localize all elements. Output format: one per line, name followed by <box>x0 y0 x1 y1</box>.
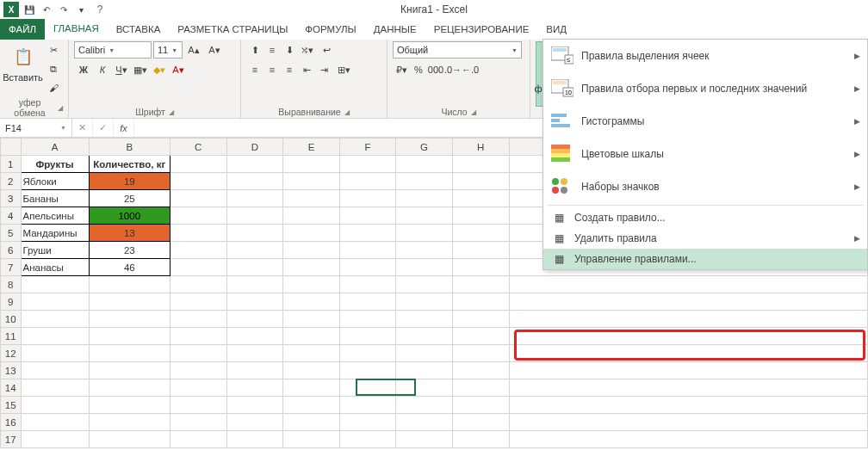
cell[interactable] <box>283 156 340 173</box>
cell[interactable] <box>170 328 226 345</box>
redo-icon[interactable]: ↷ <box>57 3 71 16</box>
cell[interactable] <box>339 276 396 293</box>
align-top-icon[interactable]: ⬆ <box>246 41 264 59</box>
cell[interactable] <box>226 190 283 207</box>
thousands-icon[interactable]: 000 <box>427 61 444 78</box>
row-header[interactable]: 6 <box>1 242 22 259</box>
cell[interactable] <box>339 431 396 448</box>
cell[interactable] <box>170 414 226 431</box>
cell[interactable] <box>283 397 340 414</box>
wrap-text-icon[interactable]: ↩ <box>315 41 338 59</box>
cell[interactable] <box>89 397 170 414</box>
cell[interactable] <box>452 311 509 328</box>
cell[interactable] <box>452 345 509 362</box>
cell[interactable] <box>396 225 453 242</box>
cell[interactable] <box>509 362 811 379</box>
cell[interactable] <box>283 276 340 293</box>
cell[interactable] <box>283 345 340 362</box>
cell[interactable] <box>226 173 283 190</box>
cf-manage-rules[interactable]: ▦ Управление правилами... <box>543 249 867 269</box>
align-left-icon[interactable]: ≡ <box>246 61 264 78</box>
cell[interactable] <box>170 431 226 448</box>
clipboard-dialog-icon[interactable]: ◢ <box>58 104 63 112</box>
cell[interactable] <box>811 379 868 397</box>
cell[interactable] <box>283 328 340 345</box>
row-header[interactable]: 17 <box>1 431 22 448</box>
cell[interactable] <box>509 276 811 293</box>
cell[interactable] <box>283 242 340 259</box>
cell[interactable] <box>396 345 453 362</box>
undo-icon[interactable]: ↶ <box>40 3 53 16</box>
cell[interactable] <box>396 242 453 259</box>
align-bottom-icon[interactable]: ⬇ <box>281 41 298 59</box>
cell[interactable]: 13 <box>89 225 170 242</box>
cell[interactable] <box>452 397 509 414</box>
row-header[interactable]: 11 <box>1 328 22 345</box>
cell[interactable] <box>339 190 396 207</box>
cell[interactable] <box>170 259 226 276</box>
cell[interactable] <box>170 379 226 397</box>
cell[interactable] <box>396 311 453 328</box>
cell[interactable] <box>283 379 340 397</box>
cell[interactable] <box>226 362 283 379</box>
fill-color-button[interactable]: ◆▾ <box>150 61 169 78</box>
fx-icon[interactable]: fx <box>114 119 134 137</box>
cell[interactable]: 1000 <box>89 207 170 225</box>
align-middle-icon[interactable]: ≡ <box>264 41 281 59</box>
cell[interactable] <box>283 414 340 431</box>
font-name-combo[interactable]: Calibri▼ <box>74 41 152 59</box>
cell[interactable] <box>226 242 283 259</box>
cell[interactable] <box>170 173 226 190</box>
cell[interactable] <box>452 379 509 397</box>
cf-icon-sets[interactable]: Наборы значков ▶ <box>543 170 867 203</box>
cell[interactable] <box>89 328 170 345</box>
row-header[interactable]: 4 <box>1 207 22 225</box>
cell[interactable] <box>339 225 396 242</box>
font-color-button[interactable]: A▾ <box>169 61 188 78</box>
cell[interactable]: Ананасы <box>21 259 89 276</box>
cell[interactable] <box>509 397 811 414</box>
cell[interactable] <box>170 311 226 328</box>
cell[interactable] <box>339 242 396 259</box>
row-header[interactable]: 15 <box>1 397 22 414</box>
row-header[interactable]: 7 <box>1 259 22 276</box>
cell[interactable] <box>339 362 396 379</box>
formula-cancel-icon[interactable]: ✕ <box>72 119 93 137</box>
cell[interactable] <box>170 276 226 293</box>
cell[interactable] <box>226 345 283 362</box>
cell[interactable] <box>89 345 170 362</box>
bold-button[interactable]: Ж <box>74 61 93 78</box>
row-header[interactable]: 1 <box>1 156 22 173</box>
formula-accept-icon[interactable]: ✓ <box>93 119 114 137</box>
cell[interactable] <box>21 414 89 431</box>
cell[interactable] <box>396 156 453 173</box>
cell[interactable] <box>452 225 509 242</box>
cell[interactable] <box>89 276 170 293</box>
row-header[interactable]: 12 <box>1 345 22 362</box>
cell[interactable] <box>170 225 226 242</box>
row-header[interactable]: 3 <box>1 190 22 207</box>
cell[interactable] <box>509 414 811 431</box>
cell[interactable] <box>283 190 340 207</box>
cell[interactable] <box>89 379 170 397</box>
cell[interactable] <box>21 362 89 379</box>
cf-data-bars[interactable]: Гистограммы ▶ <box>543 105 867 138</box>
cell[interactable] <box>452 242 509 259</box>
cell[interactable] <box>339 259 396 276</box>
cell[interactable]: Мандарины <box>21 225 89 242</box>
cell[interactable] <box>452 431 509 448</box>
cell[interactable] <box>226 156 283 173</box>
cell[interactable] <box>811 397 868 414</box>
cell[interactable] <box>283 259 340 276</box>
percent-icon[interactable]: % <box>410 61 427 78</box>
cell[interactable] <box>396 276 453 293</box>
tab-home[interactable]: ГЛАВНАЯ <box>45 19 108 40</box>
shrink-font-icon[interactable]: A▾ <box>205 41 224 59</box>
cell[interactable] <box>396 362 453 379</box>
cell[interactable] <box>811 362 868 379</box>
cell[interactable] <box>452 173 509 190</box>
row-header[interactable]: 14 <box>1 379 22 397</box>
cell[interactable] <box>396 173 453 190</box>
cell[interactable] <box>89 311 170 328</box>
dec-decimal-icon[interactable]: ←.0 <box>462 61 479 78</box>
